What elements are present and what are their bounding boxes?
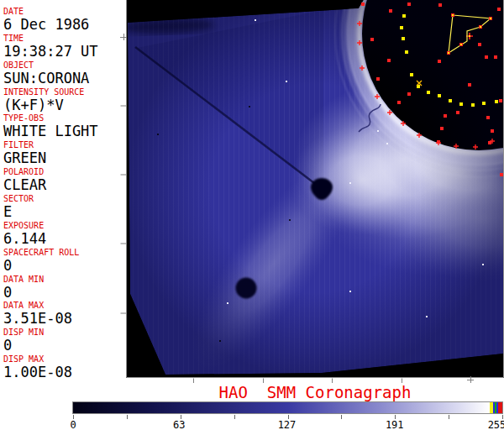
metadata-label: DATA MIN (3, 275, 126, 284)
metadata-value: GREEN (3, 150, 126, 165)
star-marker-red (376, 77, 380, 81)
colorbar-tick (234, 415, 235, 419)
metadata-label: SECTOR (3, 194, 126, 203)
limb-marker-yellow (402, 37, 405, 40)
image-title: HAO SMM Coronagraph (126, 383, 504, 401)
star-marker-red (370, 38, 374, 41)
star-marker-red (438, 3, 442, 7)
star-marker-red (499, 99, 502, 102)
metadata-entry: FILTERGREEN (3, 140, 126, 165)
metadata-entry: SPACECRAFT ROLL0 (3, 248, 126, 273)
speck-white (286, 81, 287, 82)
limb-marker-yellow (410, 73, 413, 76)
speck-white (377, 130, 379, 132)
star-marker-red (440, 127, 444, 130)
metadata-value: E (3, 204, 126, 219)
star-marker-red (361, 3, 365, 6)
limb-marker-yellow (471, 103, 475, 107)
star-marker-red (478, 43, 481, 46)
metadata-value: WHITE LIGHT (3, 123, 126, 139)
metadata-value: (K+F)*V (3, 97, 126, 113)
metadata-entry: DATA MAX3.51E-08 (3, 301, 126, 326)
colorbar-tick-label: 127 (278, 419, 297, 430)
star-marker-red (494, 55, 497, 59)
metadata-label: DATA MAX (3, 301, 126, 310)
speck-black (157, 134, 159, 135)
colorbar-tick (127, 415, 128, 419)
speck-black (249, 106, 250, 108)
polygon-vertex-center (452, 14, 454, 16)
metadata-entry: INTENSITY SOURCE(K+F)*V (3, 87, 126, 113)
metadata-value: 19:38:27 UT (3, 44, 126, 59)
metadata-value: 0 (3, 338, 126, 353)
metadata-label: INTENSITY SOURCE (3, 87, 126, 97)
star-marker-red (387, 59, 391, 62)
coronagraph-scene (118, 0, 504, 386)
metadata-value: 0 (3, 258, 126, 273)
metadata-value: SUN:CORONA (3, 71, 126, 86)
speck-white (255, 19, 256, 21)
metadata-label: DATE (3, 7, 126, 16)
metadata-entry: OBJECTSUN:CORONA (3, 60, 126, 86)
polygon-vertex-center (490, 18, 491, 19)
star-marker-red (491, 129, 494, 133)
limb-marker-yellow (449, 99, 452, 102)
speck-white (349, 182, 351, 184)
colorbar-tick-label: 255 (488, 419, 504, 430)
metadata-entry: TYPE-OBSWHITE LIGHT (3, 113, 126, 139)
metadata-label: OBJECT (3, 60, 126, 70)
coronagraph-viewer: DATE6 Dec 1986TIME19:38:27 UTOBJECTSUN:C… (0, 0, 504, 430)
limb-marker-yellow (402, 14, 406, 18)
metadata-entry: DISP MIN0 (3, 328, 126, 353)
star-marker-red (485, 55, 488, 59)
metadata-value: 6 Dec 1986 (3, 17, 126, 32)
speck-white (227, 302, 228, 304)
metadata-label: TIME (3, 34, 126, 43)
star-marker-red (438, 60, 441, 63)
metadata-label: DISP MAX (3, 354, 126, 364)
metadata-label: EXPOSURE (3, 221, 126, 230)
limb-marker-yellow (495, 100, 498, 103)
metadata-entry: DISP MAX1.00E-08 (3, 354, 126, 380)
limb-marker-yellow (438, 94, 441, 97)
polygon-vertex-center (460, 44, 462, 45)
limb-marker-yellow (482, 102, 486, 105)
limb-marker-yellow (400, 26, 403, 29)
polygon-vertex-center (448, 52, 449, 54)
metadata-entry: EXPOSURE6.144 (3, 221, 126, 246)
metadata-label: POLAROID (3, 167, 126, 176)
colorbar-tick (341, 415, 342, 419)
colorbar-tick-label: 63 (173, 419, 185, 430)
star-marker-red (500, 173, 503, 176)
speck-white (349, 291, 351, 292)
metadata-value: 1.00E-08 (3, 364, 126, 380)
star-marker-red (497, 8, 501, 11)
limb-marker-yellow (459, 102, 463, 106)
metadata-entry: DATA MIN0 (3, 275, 126, 300)
colorbar-tick-label: 0 (70, 419, 76, 430)
polygon-vertex-center (480, 26, 481, 28)
colorbar-tick-label: 191 (386, 419, 404, 430)
speck-black (219, 340, 221, 342)
star-marker-red (486, 116, 490, 119)
metadata-label: SPACECRAFT ROLL (3, 248, 126, 257)
limb-marker-yellow (405, 50, 408, 54)
metadata-entry: DATE6 Dec 1986 (3, 7, 126, 32)
star-marker-red (444, 114, 447, 118)
star-marker-red (456, 111, 459, 114)
metadata-label: FILTER (3, 140, 126, 149)
limb-marker-yellow (427, 91, 430, 94)
plus-marker-center (469, 35, 470, 37)
metadata-value: 6.144 (3, 231, 126, 246)
metadata-panel: DATE6 Dec 1986TIME19:38:27 UTOBJECTSUN:C… (0, 0, 126, 386)
metadata-value: 3.51E-08 (3, 311, 126, 326)
star-marker-red (468, 83, 471, 87)
vignette (127, 0, 504, 377)
image-frame (122, 0, 504, 386)
speck-white (386, 143, 388, 144)
metadata-value: 0 (3, 285, 126, 300)
star-marker-red (389, 9, 392, 13)
metadata-label: TYPE-OBS (3, 113, 126, 123)
metadata-entry: POLAROIDCLEAR (3, 167, 126, 192)
colorbar-tick (449, 415, 449, 419)
